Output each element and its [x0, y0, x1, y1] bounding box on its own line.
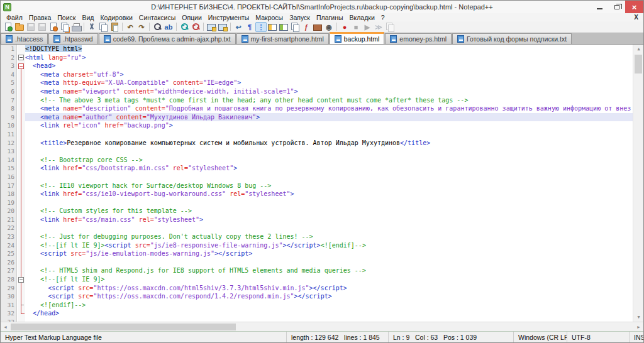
menu-item-файл[interactable]: Файл — [3, 14, 26, 21]
word-wrap-icon[interactable]: ↩ — [233, 22, 244, 32]
sync-scroll-v-icon[interactable] — [206, 22, 217, 32]
zoom-in-icon[interactable]: + — [179, 22, 190, 32]
undo-icon: ↶ — [127, 23, 133, 31]
line-number: 21 — [1, 215, 17, 224]
paste-icon[interactable] — [109, 22, 120, 32]
menu-item-макросы[interactable]: Макросы — [252, 14, 286, 21]
menu-item-синтаксисы[interactable]: Синтаксисы — [136, 14, 179, 21]
show-all-chars-icon[interactable]: ¶ — [244, 22, 255, 32]
line-number: 16 — [1, 173, 17, 182]
folder-workspace-icon[interactable] — [312, 22, 323, 32]
macro-run-multi-icon: ≫ — [375, 23, 382, 31]
code-text: <link href="css/bootstrap.min.css" rel="… — [25, 164, 633, 173]
code-text: <html lang="ru"> — [25, 53, 633, 62]
close-file-icon[interactable] — [48, 22, 59, 32]
minimize-button[interactable] — [591, 1, 608, 13]
open-file-icon[interactable] — [14, 22, 25, 32]
scroll-left-arrow[interactable]: ◄ — [1, 322, 10, 332]
find-icon[interactable] — [152, 22, 163, 32]
doc-map-icon[interactable] — [278, 22, 289, 32]
toolbar-separator — [176, 23, 177, 31]
fold-toggle-head[interactable] — [18, 63, 24, 69]
copy-icon[interactable] — [97, 22, 109, 32]
menu-item-поиск[interactable]: Поиск — [54, 14, 79, 21]
vertical-scroll-thumb[interactable] — [635, 55, 642, 74]
zoom-in-icon: + — [180, 23, 189, 31]
editor[interactable]: 1<!DOCTYPE html>2<html lang="ru">3 <head… — [1, 45, 643, 322]
macro-play-icon[interactable]: ▶ — [362, 22, 373, 32]
line-number: 3 — [1, 62, 17, 70]
code-text: </head> — [25, 309, 633, 318]
code-area[interactable]: 1<!DOCTYPE html>2<html lang="ru">3 <head… — [1, 45, 633, 322]
function-list-icon[interactable]: ƒ — [301, 22, 312, 32]
menu-item-help[interactable]: ? — [378, 14, 388, 21]
indent-guide-icon[interactable]: ⋮ — [255, 22, 267, 32]
fold-end-corner — [21, 313, 25, 314]
tab-backup.html[interactable]: backup.html — [330, 32, 385, 44]
save-all-icon[interactable] — [36, 22, 48, 32]
folder-workspace-icon — [313, 24, 322, 31]
tab-emoney-ps.html[interactable]: emoney-ps.html — [385, 33, 452, 44]
save-icon[interactable] — [25, 22, 36, 32]
horizontal-scroll-thumb[interactable] — [11, 324, 236, 330]
scroll-up-arrow[interactable]: ▲ — [633, 45, 643, 53]
monitoring-eye-icon[interactable]: ◉ — [323, 22, 335, 32]
code-line-21: 21 <link href="css/main.css" rel="styles… — [1, 215, 633, 224]
new-file-icon[interactable] — [3, 22, 14, 32]
line-number: 5 — [1, 79, 17, 87]
toolbar-separator — [149, 23, 150, 31]
line-number: 9 — [1, 113, 17, 122]
tab-bar: .htaccess.htpasswdcode69. Проблема с adm… — [1, 33, 643, 45]
doc-switcher-icon[interactable] — [289, 22, 301, 32]
menu-item-плагины[interactable]: Плагины — [313, 14, 347, 21]
cut-icon[interactable] — [86, 22, 97, 32]
macro-stop-icon[interactable]: ■ — [350, 22, 362, 32]
macro-save-icon[interactable] — [384, 22, 396, 32]
tab-.htaccess[interactable]: .htaccess — [1, 33, 48, 44]
scroll-down-arrow[interactable]: ▼ — [633, 313, 643, 322]
fold-toggle-conditional[interactable] — [18, 277, 24, 283]
close-all-icon[interactable] — [59, 22, 70, 32]
close-file-icon — [50, 23, 57, 31]
menu-item-правка[interactable]: Правка — [26, 14, 54, 21]
macro-record-icon[interactable]: ● — [339, 22, 350, 32]
menu-item-вкладки[interactable]: Вкладки — [347, 14, 378, 21]
undo-icon[interactable]: ↶ — [125, 22, 136, 32]
scroll-right-arrow[interactable]: ► — [634, 322, 643, 332]
vertical-scrollbar[interactable]: ▲ ▼ — [633, 45, 643, 322]
zoom-out-icon[interactable]: − — [190, 22, 201, 32]
status-eol-format[interactable]: Windows (CR LF) — [514, 332, 567, 342]
line-number: 10 — [1, 121, 17, 130]
menu-item-опции[interactable]: Опции — [179, 14, 205, 21]
restore-button[interactable] — [608, 1, 625, 13]
tab-label: my-first-smartphone.html — [251, 35, 324, 43]
macro-run-multi-icon[interactable]: ≫ — [373, 22, 384, 32]
status-typing-mode[interactable]: INS — [630, 332, 643, 342]
tab-label: emoney-ps.html — [399, 35, 447, 43]
sync-scroll-h-icon[interactable] — [217, 22, 228, 32]
line-number: 23 — [1, 232, 17, 241]
menu-item-вид[interactable]: Вид — [79, 14, 97, 21]
replace-icon[interactable]: ab — [163, 22, 174, 32]
tab-code69. Проблема с admin-ajax.php.txt[interactable]: code69. Проблема с admin-ajax.php.txt — [99, 33, 236, 44]
status-encoding[interactable]: UTF-8 — [567, 332, 630, 342]
menu-item-запуск[interactable]: Запуск — [286, 14, 313, 21]
redo-icon[interactable]: ↷ — [136, 22, 147, 32]
tab-.htpasswd[interactable]: .htpasswd — [48, 33, 97, 44]
doc-map-icon — [279, 24, 288, 31]
user-define-dialog-icon[interactable] — [267, 22, 278, 32]
menu-items: ФайлПравкаПоискВидКодировкиСинтаксисыОпц… — [1, 14, 388, 21]
menu-item-инструменты[interactable]: Инструменты — [205, 14, 252, 21]
print-icon[interactable] — [70, 22, 82, 32]
horizontal-scrollbar[interactable]: ◄ ► — [1, 322, 643, 331]
close-button[interactable]: × — [625, 1, 643, 13]
menu-item-кодировки[interactable]: Кодировки — [97, 14, 135, 21]
fold-toggle-html[interactable] — [18, 55, 24, 60]
close-document-button[interactable]: X — [634, 14, 638, 21]
file-icon — [390, 35, 397, 43]
tab-Готовый код формы подписки.txt[interactable]: Готовый код формы подписки.txt — [452, 33, 572, 44]
tab-my-first-smartphone.html[interactable]: my-first-smartphone.html — [236, 33, 329, 44]
line-number: 17 — [1, 182, 17, 190]
code-line-17: 17 <!-- IE10 viewport hack for Surface/d… — [1, 182, 633, 190]
code-line-31: 31 <![endif]--> — [1, 301, 633, 310]
